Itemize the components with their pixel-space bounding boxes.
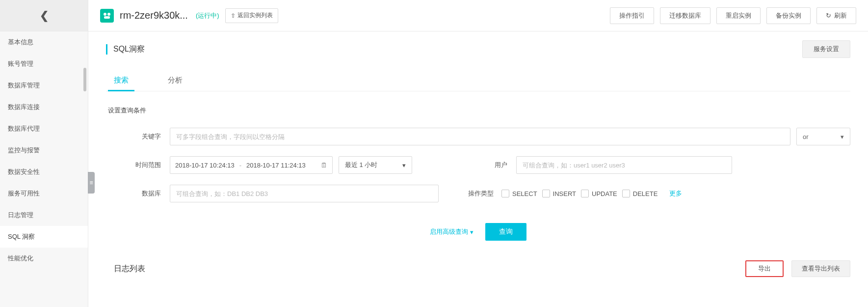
time-from: 2018-10-17 10:24:13 xyxy=(175,162,235,169)
button-label: 查看导出列表 xyxy=(802,265,840,272)
sidebar-item-label: 数据库管理 xyxy=(8,81,40,90)
calendar-icon: 🗓 xyxy=(321,162,327,169)
chevron-down-icon: ▾ xyxy=(470,228,473,236)
link-label: 启用高级查询 xyxy=(430,227,468,236)
guide-button[interactable]: 操作指引 xyxy=(610,7,654,24)
tab-label: 搜索 xyxy=(114,76,129,84)
migrate-button[interactable]: 迁移数据库 xyxy=(660,7,710,24)
chevron-left-icon: ❮ xyxy=(40,9,49,22)
button-label: 导出 xyxy=(758,265,771,272)
time-range-picker[interactable]: 2018-10-17 10:24:13 - 2018-10-17 11:24:1… xyxy=(170,156,333,174)
sidebar-item-sql-insight[interactable]: SQL 洞察 xyxy=(0,226,88,248)
keyword-label: 关键字 xyxy=(106,132,170,141)
sidebar-item-perf[interactable]: 性能优化 xyxy=(0,248,88,269)
optype-more-link[interactable]: 更多 xyxy=(669,189,682,198)
sidebar-item-label: SQL 洞察 xyxy=(8,232,35,241)
select-value: or xyxy=(803,133,809,140)
checkbox[interactable] xyxy=(542,190,550,197)
sidebar-item-label: 服务可用性 xyxy=(8,189,40,198)
view-exports-button[interactable]: 查看导出列表 xyxy=(791,260,850,277)
sidebar-item-label: 数据库连接 xyxy=(8,103,40,112)
sidebar-item-label: 账号管理 xyxy=(8,59,33,68)
instance-name: rm-2zer9k30k... xyxy=(120,10,188,21)
db-input[interactable] xyxy=(170,185,439,202)
db-label: 数据库 xyxy=(106,189,170,198)
sidebar-item-db-manage[interactable]: 数据库管理 xyxy=(0,75,88,96)
keyword-op-select[interactable]: or ▾ xyxy=(796,128,850,145)
button-label: 操作指引 xyxy=(619,11,645,20)
time-separator: - xyxy=(239,162,241,169)
checkbox-label: DELETE xyxy=(633,190,658,197)
advanced-query-link[interactable]: 启用高级查询 ▾ xyxy=(430,227,473,236)
sidebar-item-label: 数据库代理 xyxy=(8,124,40,133)
sidebar-item-account[interactable]: 账号管理 xyxy=(0,53,88,75)
button-label: 备份实例 xyxy=(776,11,801,20)
sidebar-item-monitor[interactable]: 监控与报警 xyxy=(0,140,88,161)
collapse-icon: ≡ xyxy=(89,179,93,186)
sidebar-item-label: 日志管理 xyxy=(8,211,33,220)
chevron-down-icon: ▾ xyxy=(402,162,406,169)
svg-point-0 xyxy=(104,13,106,16)
svg-rect-2 xyxy=(104,16,110,19)
button-label: 服务设置 xyxy=(814,45,839,53)
backup-button[interactable]: 备份实例 xyxy=(766,7,811,24)
optype-select-checkbox[interactable]: SELECT xyxy=(501,190,537,197)
sidebar-item-db-proxy[interactable]: 数据库代理 xyxy=(0,118,88,140)
optype-delete-checkbox[interactable]: DELETE xyxy=(622,190,658,197)
sidebar-item-basic-info[interactable]: 基本信息 xyxy=(0,31,88,53)
svg-point-1 xyxy=(107,13,110,16)
user-input[interactable] xyxy=(516,156,732,174)
sidebar-back[interactable]: ❮ xyxy=(0,0,88,31)
back-to-list-button[interactable]: ⇧ 返回实例列表 xyxy=(225,8,278,23)
sidebar-items: 基本信息 账号管理 数据库管理 数据库连接 数据库代理 监控与报警 数据安全性 … xyxy=(0,31,88,307)
sidebar-collapse-toggle[interactable]: ≡ xyxy=(88,172,95,194)
sidebar-item-availability[interactable]: 服务可用性 xyxy=(0,183,88,204)
refresh-button[interactable]: ↻ 刷新 xyxy=(816,7,856,24)
sidebar-item-security[interactable]: 数据安全性 xyxy=(0,161,88,183)
keyword-input[interactable] xyxy=(170,128,790,145)
button-label: 刷新 xyxy=(834,11,847,20)
loglist-title: 日志列表 xyxy=(114,264,145,274)
checkbox[interactable] xyxy=(581,190,589,197)
optype-label: 操作类型 xyxy=(468,189,494,198)
button-label: 重启实例 xyxy=(726,11,751,20)
recent-range-select[interactable]: 最近 1 小时 ▾ xyxy=(339,156,412,174)
optype-update-checkbox[interactable]: UPDATE xyxy=(581,190,617,197)
optype-insert-checkbox[interactable]: INSERT xyxy=(542,190,576,197)
sidebar-scrollbar[interactable] xyxy=(83,68,86,91)
time-label: 时间范围 xyxy=(106,161,170,169)
checkbox-label: SELECT xyxy=(512,190,537,197)
checkbox[interactable] xyxy=(622,190,630,197)
tabs: 搜索 分析 xyxy=(106,72,850,91)
export-button[interactable]: 导出 xyxy=(745,260,784,277)
query-button[interactable]: 查询 xyxy=(485,223,526,241)
page-title: SQL洞察 xyxy=(106,44,145,55)
upload-icon: ⇧ xyxy=(231,12,236,19)
checkbox[interactable] xyxy=(501,190,509,197)
checkbox-label: UPDATE xyxy=(592,190,617,197)
user-label: 用户 xyxy=(491,161,516,169)
sidebar-item-logs[interactable]: 日志管理 xyxy=(0,204,88,226)
header: rm-2zer9k30k... (运行中) ⇧ 返回实例列表 操作指引 迁移数据… xyxy=(88,0,868,31)
time-to: 2018-10-17 11:24:13 xyxy=(246,162,306,169)
tab-analyze[interactable]: 分析 xyxy=(168,72,183,91)
sidebar-item-label: 数据安全性 xyxy=(8,167,40,176)
select-value: 最近 1 小时 xyxy=(345,161,377,169)
status-badge: (运行中) xyxy=(196,11,219,20)
conditions-heading: 设置查询条件 xyxy=(108,106,850,115)
service-settings-button[interactable]: 服务设置 xyxy=(802,40,850,58)
sidebar: ❮ 基本信息 账号管理 数据库管理 数据库连接 数据库代理 监控与报警 数据安全… xyxy=(0,0,88,307)
tab-search[interactable]: 搜索 xyxy=(114,72,129,91)
checkbox-label: INSERT xyxy=(553,190,576,197)
sidebar-item-db-connect[interactable]: 数据库连接 xyxy=(0,96,88,118)
sidebar-item-label: 性能优化 xyxy=(8,254,33,263)
restart-button[interactable]: 重启实例 xyxy=(716,7,761,24)
refresh-icon: ↻ xyxy=(826,12,831,19)
chevron-down-icon: ▾ xyxy=(841,133,844,140)
sidebar-item-label: 基本信息 xyxy=(8,38,33,47)
button-label: 查询 xyxy=(499,227,513,235)
sidebar-item-label: 监控与报警 xyxy=(8,146,40,155)
back-button-label: 返回实例列表 xyxy=(237,11,273,20)
tab-label: 分析 xyxy=(168,76,183,84)
button-label: 迁移数据库 xyxy=(669,11,701,20)
